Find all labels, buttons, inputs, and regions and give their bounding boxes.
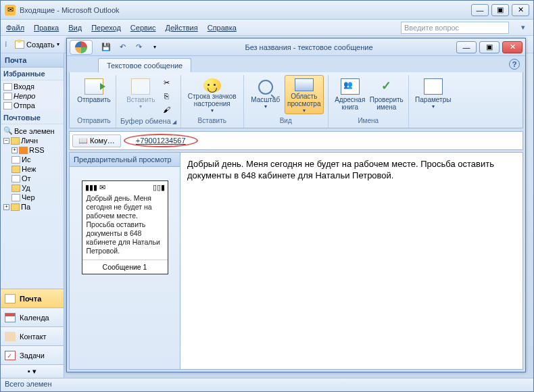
maximize-button[interactable]: ▣ [491,4,509,16]
expand-icon[interactable]: + [3,204,9,210]
tree-personal[interactable]: −Личн [2,136,62,145]
zoom-icon [256,78,275,95]
office-button[interactable] [70,40,93,55]
tasks-icon [5,351,16,360]
paste-button: Вставить ▾ [123,75,158,114]
nav-tasks[interactable]: Задачи [1,345,64,364]
nav-mail[interactable]: Почта [1,289,64,308]
minimize-button[interactable]: — [471,4,489,16]
to-value[interactable]: +79001234567 [136,137,186,145]
options-icon [424,78,443,95]
book-icon: 📖 [78,137,88,145]
ask-dropdown[interactable]: ▾ [518,23,528,32]
status-bar: Всего элемен [1,378,533,391]
collapse-icon[interactable]: − [3,138,9,144]
folder-icon [11,156,20,164]
phone-message-text: Добрый день. Меня сегодня не будет на ра… [82,194,168,260]
phone-status-bar: ▮▮▮ ✉ ▯▯▮ [82,181,168,194]
zoom-button[interactable]: Масштаб ▾ [248,75,283,114]
tree-sent2[interactable]: От [2,174,62,183]
window-controls: — ▣ ✕ [471,4,529,16]
send-button[interactable]: Отправить [76,75,112,114]
tree-junk[interactable]: Неж [2,164,62,174]
battery-icon: ▯▯▮ [153,183,165,192]
undo-button[interactable]: ↶ [116,41,129,54]
emoticons-button[interactable]: Строка значков настроения ▾ [185,75,239,114]
calendar-icon [5,313,16,322]
tree-outgoing[interactable]: Ис [2,155,62,164]
phone-preview: ▮▮▮ ✉ ▯▯▮ Добрый день. Меня сегодня не б… [70,167,180,288]
outer-titlebar: ✉ Входящие - Microsoft Outlook — ▣ ✕ [1,1,533,20]
group-options-label [432,116,434,126]
nav-calendar[interactable]: Календа [1,308,64,326]
mail-section-title: Почта [1,53,64,68]
menu-view[interactable]: Вид [68,24,82,32]
mail-folders-tree: 🔍Все элемен −Личн +RSS Ис Неж От Уд Чер … [1,124,64,213]
favorite-folders-tree: Входя Непро Отпра [1,80,64,112]
tab-text-message[interactable]: Текстовое сообщение [98,58,191,72]
new-button[interactable]: Создать ▾ [10,39,64,51]
new-mail-icon [15,41,24,49]
content-row: Предварительный просмотр ▮▮▮ ✉ ▯▯▮ Добры… [69,152,523,370]
tree-deleted[interactable]: Уд [2,183,62,193]
favorite-folders-header[interactable]: Избранные [1,68,64,80]
to-value-highlight: +79001234567 [124,134,198,147]
group-send: Отправить Отправить [72,75,116,128]
preview-header: Предварительный просмотр [70,153,180,167]
qat-more[interactable]: ▾ [148,41,162,54]
nav-contacts[interactable]: Контакт [1,326,64,345]
save-button[interactable]: 💾 [99,41,113,54]
menu-tools[interactable]: Сервис [130,24,156,32]
folder-icon [11,185,20,192]
help-button[interactable]: ? [509,59,520,70]
tree-all-items[interactable]: 🔍Все элемен [2,126,62,136]
tree-drafts[interactable]: Чер [2,193,62,202]
mail-folders-header[interactable]: Почтовые [1,112,64,124]
contacts-icon [5,332,16,341]
check-names-button[interactable]: Проверить имена [369,75,404,114]
menu-actions[interactable]: Действия [166,24,198,32]
copy-button[interactable]: ⎘ [160,90,173,102]
expand-icon[interactable]: + [11,147,18,153]
view-area-icon [295,78,314,91]
tree-unread[interactable]: Непро [2,91,62,101]
menu-help[interactable]: Справка [208,24,237,32]
message-title: Без названия - текстовое сообщение [162,43,456,51]
view-area-button[interactable]: Область просмотра ▾ [285,75,324,114]
menu-go[interactable]: Переход [91,24,121,32]
navigation-pane: Почта Избранные Входя Непро Отпра Почтов… [1,53,64,378]
office-logo-icon [75,41,87,53]
format-painter-button[interactable]: 🖌 [160,103,173,116]
menu-bar: Файл Правка Вид Переход Сервис Действия … [1,20,533,36]
menu-file[interactable]: Файл [6,24,24,32]
options-button[interactable]: Параметры ▾ [413,75,454,114]
group-clipboard-label: Буфер обмена◢ [120,116,176,126]
new-label: Создать [26,41,55,49]
group-insert: Строка значков настроения ▾ Вставить [181,75,244,128]
outlook-window: ✉ Входящие - Microsoft Outlook — ▣ ✕ Фай… [0,0,534,392]
tree-sent[interactable]: Отпра [2,101,62,110]
ribbon-tabs: Текстовое сообщение ? [67,56,525,72]
cut-button[interactable]: ✂ [160,76,173,89]
msg-minimize-button[interactable]: — [456,41,477,53]
folder-icon [11,203,20,211]
menu-edit[interactable]: Правка [34,24,59,32]
message-body-editor[interactable]: Добрый день. Меня сегодня не будет на ра… [180,152,523,370]
nav-more[interactable]: ▪ ▾ [1,364,64,378]
tree-rss[interactable]: +RSS [2,145,62,155]
rss-icon [19,147,28,154]
to-row: 📖Кому… +79001234567 [69,131,523,150]
msg-close-button[interactable]: ✕ [502,41,523,53]
message-window: 💾 ↶ ↷ ▾ Без названия - текстовое сообщен… [66,38,526,372]
group-names: Адресная книга Проверить имена Имена [329,75,409,128]
tree-inbox[interactable]: Входя [2,82,62,91]
phone-screen: ▮▮▮ ✉ ▯▯▮ Добрый день. Меня сегодня не б… [82,180,168,274]
redo-button[interactable]: ↷ [132,41,145,54]
address-book-button[interactable]: Адресная книга [333,75,368,114]
ask-question-input[interactable]: Введите вопрос [401,22,509,34]
folder-icon [11,166,20,173]
msg-maximize-button[interactable]: ▣ [479,41,500,53]
tree-search-folders[interactable]: +Па [2,202,62,212]
close-button[interactable]: ✕ [512,4,529,16]
to-button[interactable]: 📖Кому… [72,134,121,147]
